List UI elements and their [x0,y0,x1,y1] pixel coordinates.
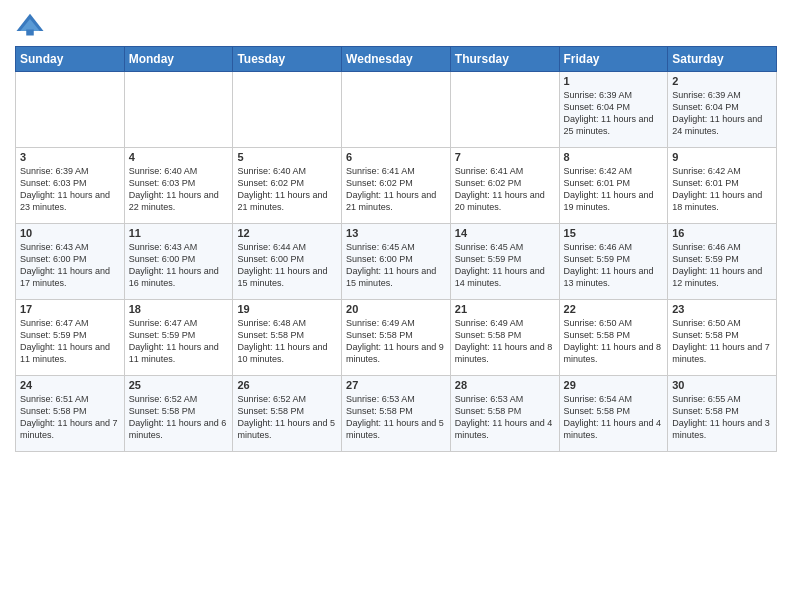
day-cell: 12Sunrise: 6:44 AM Sunset: 6:00 PM Dayli… [233,224,342,300]
day-info: Sunrise: 6:47 AM Sunset: 5:59 PM Dayligh… [20,317,120,366]
day-number: 8 [564,151,664,163]
day-cell: 17Sunrise: 6:47 AM Sunset: 5:59 PM Dayli… [16,300,125,376]
day-number: 29 [564,379,664,391]
day-cell: 30Sunrise: 6:55 AM Sunset: 5:58 PM Dayli… [668,376,777,452]
day-info: Sunrise: 6:39 AM Sunset: 6:03 PM Dayligh… [20,165,120,214]
day-cell: 23Sunrise: 6:50 AM Sunset: 5:58 PM Dayli… [668,300,777,376]
day-cell [450,72,559,148]
day-cell: 13Sunrise: 6:45 AM Sunset: 6:00 PM Dayli… [342,224,451,300]
day-number: 2 [672,75,772,87]
day-info: Sunrise: 6:53 AM Sunset: 5:58 PM Dayligh… [346,393,446,442]
col-header-sunday: Sunday [16,47,125,72]
day-number: 13 [346,227,446,239]
day-info: Sunrise: 6:51 AM Sunset: 5:58 PM Dayligh… [20,393,120,442]
day-number: 17 [20,303,120,315]
day-number: 23 [672,303,772,315]
day-info: Sunrise: 6:49 AM Sunset: 5:58 PM Dayligh… [455,317,555,366]
day-info: Sunrise: 6:46 AM Sunset: 5:59 PM Dayligh… [672,241,772,290]
day-number: 15 [564,227,664,239]
day-number: 14 [455,227,555,239]
day-info: Sunrise: 6:53 AM Sunset: 5:58 PM Dayligh… [455,393,555,442]
day-number: 21 [455,303,555,315]
day-cell: 27Sunrise: 6:53 AM Sunset: 5:58 PM Dayli… [342,376,451,452]
week-row-4: 17Sunrise: 6:47 AM Sunset: 5:59 PM Dayli… [16,300,777,376]
day-cell: 24Sunrise: 6:51 AM Sunset: 5:58 PM Dayli… [16,376,125,452]
calendar-header-row: SundayMondayTuesdayWednesdayThursdayFrid… [16,47,777,72]
day-cell: 21Sunrise: 6:49 AM Sunset: 5:58 PM Dayli… [450,300,559,376]
day-number: 6 [346,151,446,163]
day-cell: 19Sunrise: 6:48 AM Sunset: 5:58 PM Dayli… [233,300,342,376]
day-cell: 14Sunrise: 6:45 AM Sunset: 5:59 PM Dayli… [450,224,559,300]
day-cell [233,72,342,148]
day-info: Sunrise: 6:40 AM Sunset: 6:03 PM Dayligh… [129,165,229,214]
week-row-1: 1Sunrise: 6:39 AM Sunset: 6:04 PM Daylig… [16,72,777,148]
day-cell: 29Sunrise: 6:54 AM Sunset: 5:58 PM Dayli… [559,376,668,452]
logo-icon [15,10,45,40]
col-header-wednesday: Wednesday [342,47,451,72]
day-number: 16 [672,227,772,239]
day-info: Sunrise: 6:39 AM Sunset: 6:04 PM Dayligh… [672,89,772,138]
day-cell: 10Sunrise: 6:43 AM Sunset: 6:00 PM Dayli… [16,224,125,300]
day-info: Sunrise: 6:45 AM Sunset: 5:59 PM Dayligh… [455,241,555,290]
day-info: Sunrise: 6:44 AM Sunset: 6:00 PM Dayligh… [237,241,337,290]
logo [15,10,49,40]
day-info: Sunrise: 6:39 AM Sunset: 6:04 PM Dayligh… [564,89,664,138]
day-cell: 1Sunrise: 6:39 AM Sunset: 6:04 PM Daylig… [559,72,668,148]
col-header-thursday: Thursday [450,47,559,72]
day-cell [342,72,451,148]
day-number: 20 [346,303,446,315]
header [15,10,777,40]
day-cell: 15Sunrise: 6:46 AM Sunset: 5:59 PM Dayli… [559,224,668,300]
col-header-tuesday: Tuesday [233,47,342,72]
day-number: 10 [20,227,120,239]
day-info: Sunrise: 6:41 AM Sunset: 6:02 PM Dayligh… [346,165,446,214]
day-cell: 3Sunrise: 6:39 AM Sunset: 6:03 PM Daylig… [16,148,125,224]
day-number: 18 [129,303,229,315]
day-number: 25 [129,379,229,391]
day-cell: 16Sunrise: 6:46 AM Sunset: 5:59 PM Dayli… [668,224,777,300]
day-number: 28 [455,379,555,391]
day-cell: 20Sunrise: 6:49 AM Sunset: 5:58 PM Dayli… [342,300,451,376]
day-info: Sunrise: 6:55 AM Sunset: 5:58 PM Dayligh… [672,393,772,442]
day-number: 9 [672,151,772,163]
day-cell: 9Sunrise: 6:42 AM Sunset: 6:01 PM Daylig… [668,148,777,224]
day-info: Sunrise: 6:40 AM Sunset: 6:02 PM Dayligh… [237,165,337,214]
day-cell: 18Sunrise: 6:47 AM Sunset: 5:59 PM Dayli… [124,300,233,376]
day-info: Sunrise: 6:50 AM Sunset: 5:58 PM Dayligh… [672,317,772,366]
day-cell: 11Sunrise: 6:43 AM Sunset: 6:00 PM Dayli… [124,224,233,300]
day-info: Sunrise: 6:49 AM Sunset: 5:58 PM Dayligh… [346,317,446,366]
day-info: Sunrise: 6:52 AM Sunset: 5:58 PM Dayligh… [237,393,337,442]
day-cell: 2Sunrise: 6:39 AM Sunset: 6:04 PM Daylig… [668,72,777,148]
day-cell: 26Sunrise: 6:52 AM Sunset: 5:58 PM Dayli… [233,376,342,452]
day-info: Sunrise: 6:47 AM Sunset: 5:59 PM Dayligh… [129,317,229,366]
day-info: Sunrise: 6:48 AM Sunset: 5:58 PM Dayligh… [237,317,337,366]
day-number: 19 [237,303,337,315]
day-number: 4 [129,151,229,163]
col-header-friday: Friday [559,47,668,72]
day-info: Sunrise: 6:43 AM Sunset: 6:00 PM Dayligh… [129,241,229,290]
col-header-saturday: Saturday [668,47,777,72]
col-header-monday: Monday [124,47,233,72]
day-cell: 6Sunrise: 6:41 AM Sunset: 6:02 PM Daylig… [342,148,451,224]
day-info: Sunrise: 6:52 AM Sunset: 5:58 PM Dayligh… [129,393,229,442]
day-info: Sunrise: 6:50 AM Sunset: 5:58 PM Dayligh… [564,317,664,366]
day-number: 30 [672,379,772,391]
day-number: 5 [237,151,337,163]
day-number: 27 [346,379,446,391]
day-info: Sunrise: 6:54 AM Sunset: 5:58 PM Dayligh… [564,393,664,442]
day-cell [124,72,233,148]
day-cell: 8Sunrise: 6:42 AM Sunset: 6:01 PM Daylig… [559,148,668,224]
day-cell: 25Sunrise: 6:52 AM Sunset: 5:58 PM Dayli… [124,376,233,452]
day-cell: 5Sunrise: 6:40 AM Sunset: 6:02 PM Daylig… [233,148,342,224]
day-cell: 22Sunrise: 6:50 AM Sunset: 5:58 PM Dayli… [559,300,668,376]
day-cell [16,72,125,148]
day-number: 3 [20,151,120,163]
page-container: SundayMondayTuesdayWednesdayThursdayFrid… [0,0,792,462]
day-cell: 4Sunrise: 6:40 AM Sunset: 6:03 PM Daylig… [124,148,233,224]
day-number: 12 [237,227,337,239]
week-row-2: 3Sunrise: 6:39 AM Sunset: 6:03 PM Daylig… [16,148,777,224]
calendar-table: SundayMondayTuesdayWednesdayThursdayFrid… [15,46,777,452]
day-info: Sunrise: 6:43 AM Sunset: 6:00 PM Dayligh… [20,241,120,290]
day-number: 11 [129,227,229,239]
day-number: 7 [455,151,555,163]
